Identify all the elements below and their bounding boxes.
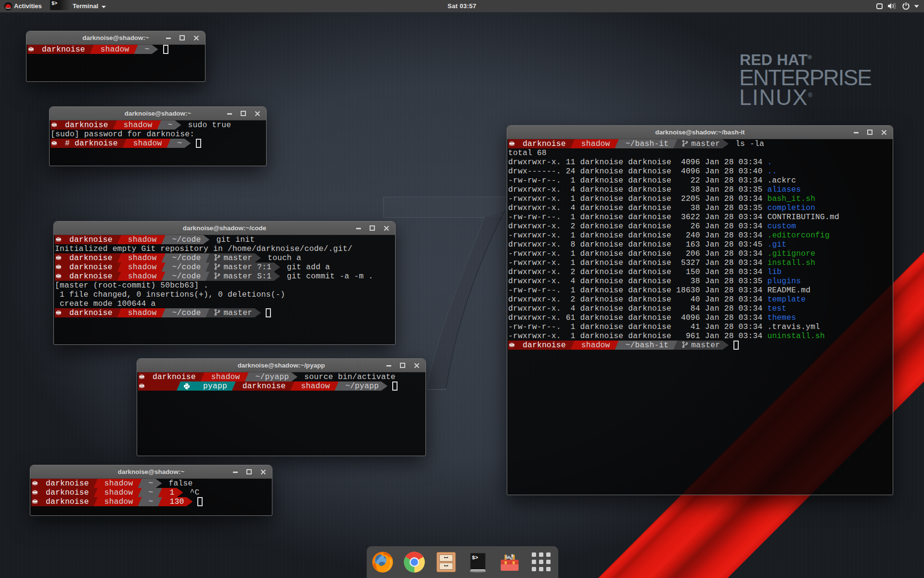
svg-text:$>: $> [472, 555, 479, 561]
